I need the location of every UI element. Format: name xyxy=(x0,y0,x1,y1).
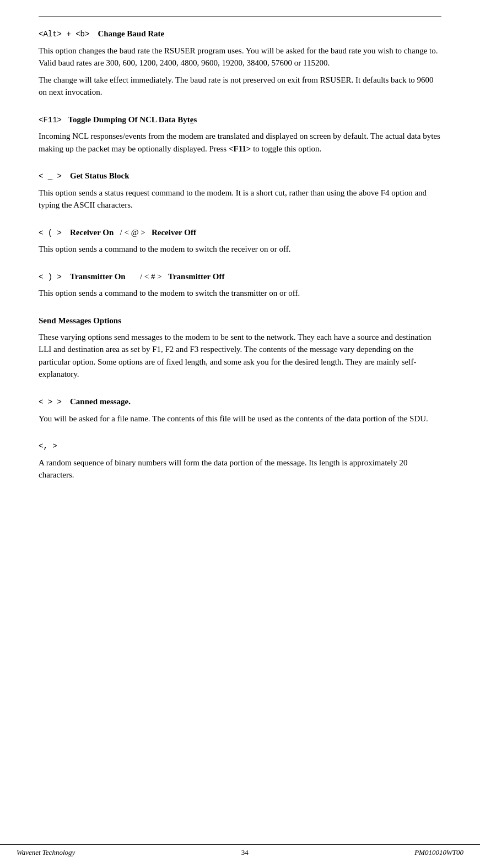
para-alt-b-1: This option changes the baud rate the RS… xyxy=(39,45,441,69)
para-receiver-1: This option sends a command to the modem… xyxy=(39,243,441,256)
para-status-1: This option sends a status request comma… xyxy=(39,187,441,211)
section-heading-f11: <F11> Toggle Dumping Of NCL Data Bytes xyxy=(39,114,441,126)
title-transmitter-off: Transmitter Off xyxy=(168,272,224,281)
footer-doc-id: PM010010WT00 xyxy=(414,848,463,857)
footer-company: Wavenet Technology xyxy=(17,848,75,857)
title-canned: Canned message. xyxy=(70,397,131,406)
title-alt-b: Change Baud Rate xyxy=(98,29,164,38)
section-status: < _ > Get Status Block This option sends… xyxy=(39,170,441,211)
title-receiver-on: Receiver On xyxy=(70,228,114,237)
page-container: <Alt> + <b> Change Baud Rate This option… xyxy=(0,0,480,868)
cmd-random: <, > xyxy=(39,442,57,451)
section-heading-status: < _ > Get Status Block xyxy=(39,170,441,182)
section-send-messages: Send Messages Options These varying opti… xyxy=(39,315,441,381)
section-transmitter: < ) > Transmitter On / < # > Transmitter… xyxy=(39,271,441,300)
section-alt-b: <Alt> + <b> Change Baud Rate This option… xyxy=(39,28,441,99)
title-status: Get Status Block xyxy=(70,171,130,180)
cmd-transmitter-on: < ) > xyxy=(39,273,62,281)
transmitter-separator: / < # > xyxy=(127,272,166,281)
section-random: <, > A random sequence of binary numbers… xyxy=(39,440,441,481)
cmd-canned: < > > xyxy=(39,398,62,406)
section-heading-canned: < > > Canned message. xyxy=(39,396,441,408)
footer-page-number: 34 xyxy=(241,848,249,857)
top-rule xyxy=(39,17,441,17)
title-transmitter-on: Transmitter On xyxy=(70,272,126,281)
section-heading-alt-b: <Alt> + <b> Change Baud Rate xyxy=(39,28,441,40)
cmd-status: < _ > xyxy=(39,172,62,181)
title-send-messages: Send Messages Options xyxy=(39,316,121,325)
receiver-separator: / < @ > xyxy=(116,228,149,237)
para-random-1: A random sequence of binary numbers will… xyxy=(39,457,441,481)
cmd-alt-b: <Alt> + <b> xyxy=(39,30,89,39)
title-f11: Toggle Dumping Of NCL Data Bytes xyxy=(68,115,197,124)
section-heading-send-messages: Send Messages Options xyxy=(39,315,441,327)
para-alt-b-2: The change will take effect immediately.… xyxy=(39,74,441,99)
section-canned: < > > Canned message. You will be asked … xyxy=(39,396,441,425)
para-canned-1: You will be asked for a file name. The c… xyxy=(39,413,441,425)
section-heading-receiver: < ( > Receiver On / < @ > Receiver Off xyxy=(39,227,441,239)
cmd-f11: <F11> xyxy=(39,116,62,124)
para-transmitter-1: This option sends a command to the modem… xyxy=(39,287,441,300)
para-send-1: These varying options send messages to t… xyxy=(39,331,441,381)
para-f11-1: Incoming NCL responses/events from the m… xyxy=(39,130,441,155)
title-receiver-off: Receiver Off xyxy=(152,228,196,237)
section-heading-transmitter: < ) > Transmitter On / < # > Transmitter… xyxy=(39,271,441,283)
page-footer: Wavenet Technology 34 PM010010WT00 xyxy=(0,844,480,857)
section-f11: <F11> Toggle Dumping Of NCL Data Bytes I… xyxy=(39,114,441,155)
cmd-receiver-on: < ( > xyxy=(39,229,62,237)
section-heading-random: <, > xyxy=(39,440,441,452)
section-receiver: < ( > Receiver On / < @ > Receiver Off T… xyxy=(39,227,441,256)
